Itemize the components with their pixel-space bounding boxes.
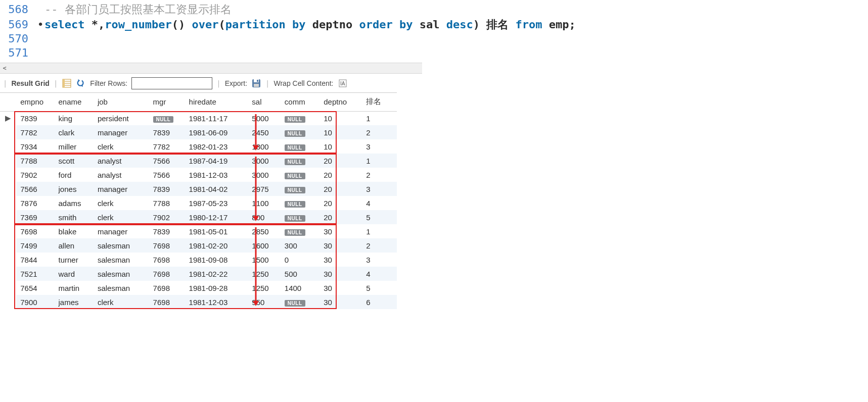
cell-sal[interactable]: 2850 xyxy=(248,224,281,238)
cell-排名[interactable]: 4 xyxy=(362,267,397,281)
cell-empno[interactable]: 7900 xyxy=(16,295,54,309)
cell-empno[interactable]: 7788 xyxy=(16,154,54,168)
cell-deptno[interactable]: 30 xyxy=(319,238,362,253)
cell-排名[interactable]: 6 xyxy=(362,295,397,309)
filter-rows-input[interactable] xyxy=(131,77,212,89)
cell-job[interactable]: persident xyxy=(94,111,149,125)
cell-sal[interactable]: 800 xyxy=(248,210,281,224)
cell-hiredate[interactable]: 1981-09-28 xyxy=(185,281,248,295)
result-grid[interactable]: empnoenamejobmgrhiredatesalcommdeptno排名 … xyxy=(0,93,397,309)
cell-comm[interactable]: NULL xyxy=(281,196,319,210)
cell-comm[interactable]: NULL xyxy=(281,154,319,168)
cell-hiredate[interactable]: 1981-12-03 xyxy=(185,168,248,182)
cell-job[interactable]: analyst xyxy=(94,154,149,168)
code-text[interactable]: -- 各部门员工按照基本工资显示排名 xyxy=(44,2,868,17)
cell-排名[interactable]: 3 xyxy=(362,253,397,267)
code-line[interactable]: 571 xyxy=(0,46,868,61)
cell-sal[interactable]: 1250 xyxy=(248,267,281,281)
cell-排名[interactable]: 3 xyxy=(362,139,397,154)
code-line[interactable]: 569•select *,row_number() over(partition… xyxy=(0,17,868,32)
cell-comm[interactable]: NULL xyxy=(281,224,319,238)
cell-mgr[interactable]: 7698 xyxy=(149,238,185,253)
cell-empno[interactable]: 7654 xyxy=(16,281,54,295)
cell-ename[interactable]: clark xyxy=(55,125,94,139)
breakpoint-marker[interactable]: • xyxy=(36,18,44,31)
cell-empno[interactable]: 7566 xyxy=(16,182,54,196)
cell-comm[interactable]: NULL xyxy=(281,210,319,224)
cell-ename[interactable]: turner xyxy=(55,253,94,267)
cell-empno[interactable]: 7844 xyxy=(16,253,54,267)
table-row[interactable]: 7654martinsalesman76981981-09-2812501400… xyxy=(0,281,397,295)
cell-sal[interactable]: 3000 xyxy=(248,154,281,168)
cell-排名[interactable]: 2 xyxy=(362,125,397,139)
cell-job[interactable]: salesman xyxy=(94,267,149,281)
cell-hiredate[interactable]: 1981-04-02 xyxy=(185,182,248,196)
cell-deptno[interactable]: 20 xyxy=(319,154,362,168)
table-row[interactable]: 7934millerclerk77821982-01-231300NULL103 xyxy=(0,139,397,154)
cell-job[interactable]: salesman xyxy=(94,238,149,253)
code-line[interactable]: 570 xyxy=(0,32,868,46)
cell-ename[interactable]: smith xyxy=(55,210,94,224)
cell-ename[interactable]: miller xyxy=(55,139,94,154)
cell-hiredate[interactable]: 1981-02-22 xyxy=(185,267,248,281)
column-header-deptno[interactable]: deptno xyxy=(319,93,362,111)
cell-empno[interactable]: 7499 xyxy=(16,238,54,253)
cell-mgr[interactable]: 7902 xyxy=(149,210,185,224)
column-header-mgr[interactable]: mgr xyxy=(149,93,185,111)
cell-排名[interactable]: 1 xyxy=(362,111,397,125)
cell-comm[interactable]: 500 xyxy=(281,267,319,281)
cell-deptno[interactable]: 20 xyxy=(319,182,362,196)
cell-empno[interactable]: 7369 xyxy=(16,210,54,224)
cell-排名[interactable]: 2 xyxy=(362,168,397,182)
cell-sal[interactable]: 1500 xyxy=(248,253,281,267)
cell-ename[interactable]: jones xyxy=(55,182,94,196)
column-header-job[interactable]: job xyxy=(94,93,149,111)
cell-sal[interactable]: 3000 xyxy=(248,168,281,182)
grid-view-icon[interactable] xyxy=(62,78,72,88)
cell-ename[interactable]: scott xyxy=(55,154,94,168)
table-row[interactable]: ▶7839kingpersidentNULL1981-11-175000NULL… xyxy=(0,111,397,125)
table-row[interactable]: 7788scottanalyst75661987-04-193000NULL20… xyxy=(0,154,397,168)
table-row[interactable]: 7900jamesclerk76981981-12-03950NULL306 xyxy=(0,295,397,309)
cell-ename[interactable]: ford xyxy=(55,168,94,182)
cell-deptno[interactable]: 10 xyxy=(319,111,362,125)
scroll-left-icon[interactable]: < xyxy=(0,64,9,73)
cell-排名[interactable]: 1 xyxy=(362,224,397,238)
cell-排名[interactable]: 3 xyxy=(362,182,397,196)
column-header-ename[interactable]: ename xyxy=(55,93,94,111)
cell-ename[interactable]: adams xyxy=(55,196,94,210)
table-row[interactable]: 7844turnersalesman76981981-09-0815000303 xyxy=(0,253,397,267)
table-row[interactable]: 7566jonesmanager78391981-04-022975NULL20… xyxy=(0,182,397,196)
cell-job[interactable]: clerk xyxy=(94,295,149,309)
cell-deptno[interactable]: 20 xyxy=(319,210,362,224)
cell-empno[interactable]: 7902 xyxy=(16,168,54,182)
cell-job[interactable]: manager xyxy=(94,125,149,139)
cell-hiredate[interactable]: 1980-12-17 xyxy=(185,210,248,224)
cell-hiredate[interactable]: 1982-01-23 xyxy=(185,139,248,154)
cell-排名[interactable]: 2 xyxy=(362,238,397,253)
cell-hiredate[interactable]: 1981-06-09 xyxy=(185,125,248,139)
cell-comm[interactable]: 0 xyxy=(281,253,319,267)
cell-job[interactable]: salesman xyxy=(94,253,149,267)
cell-sal[interactable]: 1250 xyxy=(248,281,281,295)
cell-deptno[interactable]: 30 xyxy=(319,253,362,267)
cell-deptno[interactable]: 20 xyxy=(319,196,362,210)
cell-job[interactable]: clerk xyxy=(94,139,149,154)
wrap-cell-icon[interactable]: IA xyxy=(338,78,348,88)
cell-mgr[interactable]: 7839 xyxy=(149,182,185,196)
cell-job[interactable]: clerk xyxy=(94,210,149,224)
cell-mgr[interactable]: 7566 xyxy=(149,168,185,182)
cell-deptno[interactable]: 20 xyxy=(319,168,362,182)
sql-editor[interactable]: 568-- 各部门员工按照基本工资显示排名569•select *,row_nu… xyxy=(0,0,868,63)
cell-sal[interactable]: 1600 xyxy=(248,238,281,253)
cell-排名[interactable]: 5 xyxy=(362,210,397,224)
code-text[interactable]: select *,row_number() over(partition by … xyxy=(44,17,868,32)
code-line[interactable]: 568-- 各部门员工按照基本工资显示排名 xyxy=(0,2,868,17)
cell-排名[interactable]: 4 xyxy=(362,196,397,210)
cell-empno[interactable]: 7698 xyxy=(16,224,54,238)
cell-deptno[interactable]: 30 xyxy=(319,281,362,295)
cell-sal[interactable]: 1300 xyxy=(248,139,281,154)
cell-job[interactable]: manager xyxy=(94,182,149,196)
column-header-sal[interactable]: sal xyxy=(248,93,281,111)
cell-mgr[interactable]: 7839 xyxy=(149,224,185,238)
